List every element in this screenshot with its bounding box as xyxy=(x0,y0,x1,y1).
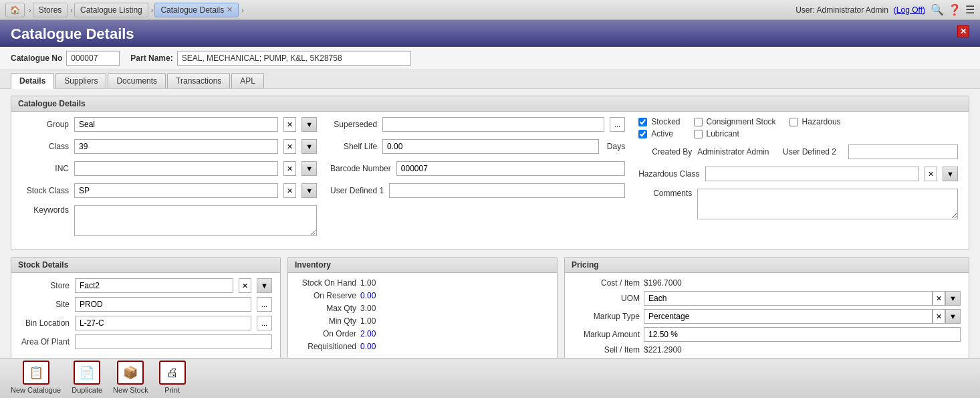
tab-transactions[interactable]: Transactions xyxy=(167,73,230,88)
breadcrumb-stores[interactable]: Stores xyxy=(33,3,68,17)
max-qty-label: Max Qty xyxy=(296,304,356,313)
markup-type-clear-btn[interactable]: ✕ xyxy=(933,309,945,324)
new-stock-label: New Stock xyxy=(113,386,148,394)
store-dropdown-btn[interactable]: ▼ xyxy=(257,278,272,293)
store-input[interactable] xyxy=(75,278,233,293)
class-label: Class xyxy=(22,142,69,151)
shelf-life-label: Shelf Life xyxy=(330,142,377,151)
barcode-input[interactable] xyxy=(396,161,625,176)
tab-apl[interactable]: APL xyxy=(231,73,264,88)
search-icon[interactable]: 🔍 xyxy=(931,3,944,16)
markup-amount-input[interactable] xyxy=(644,327,961,342)
uom-input[interactable] xyxy=(644,291,933,306)
comments-label: Comments xyxy=(638,189,692,198)
class-row: Class ✕ ▼ xyxy=(22,139,317,154)
uom-dropdown-btn[interactable]: ▼ xyxy=(945,291,961,306)
bin-location-input[interactable] xyxy=(75,316,251,330)
user-defined1-row: User Defined 1 xyxy=(330,183,625,198)
store-label: Store xyxy=(19,281,70,290)
barcode-row: Barcode Number xyxy=(330,161,625,176)
active-checkbox[interactable] xyxy=(638,130,647,138)
new-stock-icon: 📦 xyxy=(117,361,144,385)
inc-clear-btn[interactable]: ✕ xyxy=(283,161,296,176)
uom-clear-btn[interactable]: ✕ xyxy=(933,291,945,306)
group-row: Group ✕ ▼ xyxy=(22,117,317,132)
shelf-life-input[interactable] xyxy=(382,139,599,154)
markup-type-dropdown-btn[interactable]: ▼ xyxy=(945,309,961,324)
superseded-dots-btn[interactable]: ... xyxy=(610,117,625,132)
close-button[interactable]: ✕ xyxy=(957,25,969,37)
consignment-stock-label: Consignment Stock xyxy=(707,117,776,126)
inc-label: INC xyxy=(22,164,69,173)
barcode-label: Barcode Number xyxy=(330,164,391,173)
close-tab-icon[interactable]: ✕ xyxy=(227,5,233,14)
breadcrumb-catalogue-listing[interactable]: Catalogue Listing xyxy=(74,3,148,17)
tab-documents[interactable]: Documents xyxy=(108,73,166,88)
breadcrumb-catalogue-details[interactable]: Catalogue Details ✕ xyxy=(154,3,239,17)
user-defined1-input[interactable] xyxy=(389,183,625,198)
new-stock-button[interactable]: 📦 New Stock xyxy=(113,361,148,394)
min-qty-label: Min Qty xyxy=(296,316,356,326)
comments-input[interactable] xyxy=(697,189,958,219)
superseded-label: Superseded xyxy=(330,120,377,129)
topbar-right: User: Administrator Admin (Log Off) 🔍 ❓ … xyxy=(795,3,975,16)
duplicate-button[interactable]: 📄 Duplicate xyxy=(72,361,102,394)
catalogue-no-value: 000007 xyxy=(66,51,120,66)
markup-type-input[interactable] xyxy=(644,309,933,324)
topbar: 🏠 › Stores › Catalogue Listing › Catalog… xyxy=(0,0,980,20)
site-dots-btn[interactable]: ... xyxy=(257,297,272,312)
superseded-row: Superseded ... xyxy=(330,117,625,132)
cost-item-label: Cost / Item xyxy=(573,278,640,288)
uom-label: UOM xyxy=(573,294,640,303)
site-input[interactable] xyxy=(75,297,251,312)
stocked-checkbox[interactable] xyxy=(638,118,647,126)
stock-class-clear-btn[interactable]: ✕ xyxy=(283,183,296,198)
bin-location-dots-btn[interactable]: ... xyxy=(257,316,272,330)
area-of-plant-input[interactable] xyxy=(75,334,272,349)
hazardous-class-row: Hazardous Class ✕ ▼ xyxy=(638,167,958,181)
tab-suppliers[interactable]: Suppliers xyxy=(55,73,106,88)
help-icon[interactable]: ❓ xyxy=(948,3,961,16)
markup-amount-label: Markup Amount xyxy=(573,330,640,339)
user-defined1-label: User Defined 1 xyxy=(330,186,384,195)
sell-item-label: Sell / Item xyxy=(573,345,640,355)
user-defined2-input[interactable] xyxy=(848,144,958,159)
print-icon: 🖨 xyxy=(159,361,186,385)
active-label: Active xyxy=(651,129,673,138)
group-label: Group xyxy=(22,120,69,129)
hazardous-checkbox[interactable] xyxy=(789,118,798,126)
area-of-plant-label: Area Of Plant xyxy=(19,337,70,346)
hazardous-class-dropdown-btn[interactable]: ▼ xyxy=(943,167,958,181)
inventory-title: Inventory xyxy=(288,258,557,273)
hazardous-class-input[interactable] xyxy=(705,167,920,181)
markup-type-label: Markup Type xyxy=(573,312,640,321)
hazardous-checkbox-row: Hazardous xyxy=(789,117,841,126)
class-clear-btn[interactable]: ✕ xyxy=(283,139,296,154)
logoff-link[interactable]: (Log Off) xyxy=(894,5,925,15)
inc-input[interactable] xyxy=(74,161,278,176)
tab-details[interactable]: Details xyxy=(11,73,54,89)
superseded-input[interactable] xyxy=(382,117,604,132)
class-dropdown-btn[interactable]: ▼ xyxy=(301,139,317,154)
store-clear-btn[interactable]: ✕ xyxy=(239,278,251,293)
consignment-stock-checkbox[interactable] xyxy=(694,118,703,126)
hazardous-class-clear-btn[interactable]: ✕ xyxy=(925,167,937,181)
class-input[interactable] xyxy=(74,139,278,154)
inc-dropdown-btn[interactable]: ▼ xyxy=(301,161,317,176)
print-button[interactable]: 🖨 Print xyxy=(159,361,186,394)
uom-row: UOM ✕ ▼ xyxy=(573,291,961,306)
stock-class-dropdown-btn[interactable]: ▼ xyxy=(301,183,317,198)
group-clear-btn[interactable]: ✕ xyxy=(283,117,296,132)
stock-class-input[interactable] xyxy=(74,183,278,198)
stock-class-row: Stock Class ✕ ▼ xyxy=(22,183,317,198)
part-name-label: Part Name: xyxy=(130,54,172,63)
bin-location-label: Bin Location xyxy=(19,318,70,328)
menu-icon[interactable]: ☰ xyxy=(965,3,975,16)
lubricant-checkbox[interactable] xyxy=(694,130,703,138)
group-input[interactable] xyxy=(74,117,278,132)
group-dropdown-btn[interactable]: ▼ xyxy=(301,117,317,132)
home-button[interactable]: 🏠 xyxy=(5,3,25,17)
new-catalogue-button[interactable]: 📋 New Catalogue xyxy=(11,361,61,394)
keywords-input[interactable] xyxy=(74,205,317,236)
on-order-row: On Order 2.00 xyxy=(296,329,549,338)
